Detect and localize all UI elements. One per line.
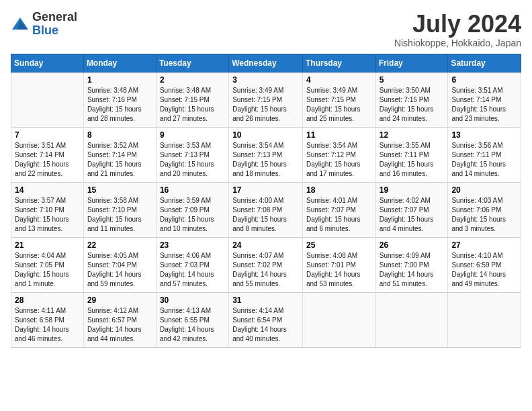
calendar-cell: 12Sunrise: 3:55 AMSunset: 7:11 PMDayligh… <box>375 127 448 182</box>
day-number: 25 <box>306 240 372 250</box>
day-number: 4 <box>306 75 372 85</box>
calendar-cell: 25Sunrise: 4:08 AMSunset: 7:01 PMDayligh… <box>302 237 375 292</box>
logo-blue: Blue <box>32 24 77 38</box>
calendar-cell: 20Sunrise: 4:03 AMSunset: 7:06 PMDayligh… <box>448 182 521 237</box>
day-info: Sunrise: 4:12 AMSunset: 6:57 PMDaylight:… <box>87 306 152 344</box>
day-number: 9 <box>160 130 225 140</box>
day-info: Sunrise: 3:59 AMSunset: 7:09 PMDaylight:… <box>160 196 225 234</box>
day-info: Sunrise: 3:49 AMSunset: 7:15 PMDaylight:… <box>232 86 299 124</box>
calendar-cell: 26Sunrise: 4:09 AMSunset: 7:00 PMDayligh… <box>375 237 448 292</box>
calendar-cell: 11Sunrise: 3:54 AMSunset: 7:12 PMDayligh… <box>302 127 375 182</box>
calendar-cell: 16Sunrise: 3:59 AMSunset: 7:09 PMDayligh… <box>156 182 228 237</box>
header-cell-thursday: Thursday <box>302 54 375 72</box>
calendar-cell: 18Sunrise: 4:01 AMSunset: 7:07 PMDayligh… <box>302 182 375 237</box>
calendar-cell <box>375 292 448 347</box>
calendar-cell: 21Sunrise: 4:04 AMSunset: 7:05 PMDayligh… <box>11 237 84 292</box>
day-number: 1 <box>87 75 152 85</box>
day-number: 5 <box>380 75 445 85</box>
calendar-cell: 3Sunrise: 3:49 AMSunset: 7:15 PMDaylight… <box>229 72 303 127</box>
day-number: 18 <box>306 185 372 195</box>
day-info: Sunrise: 4:00 AMSunset: 7:08 PMDaylight:… <box>232 196 299 234</box>
day-number: 14 <box>15 185 80 195</box>
calendar-table: SundayMondayTuesdayWednesdayThursdayFrid… <box>11 54 521 348</box>
day-number: 10 <box>232 130 299 140</box>
day-info: Sunrise: 3:58 AMSunset: 7:10 PMDaylight:… <box>87 196 152 234</box>
day-info: Sunrise: 3:56 AMSunset: 7:11 PMDaylight:… <box>451 141 517 179</box>
day-number: 15 <box>87 185 152 195</box>
location-subtitle: Nishiokoppe, Hokkaido, Japan <box>394 38 521 48</box>
day-info: Sunrise: 3:48 AMSunset: 7:16 PMDaylight:… <box>87 86 152 124</box>
calendar-cell: 13Sunrise: 3:56 AMSunset: 7:11 PMDayligh… <box>448 127 521 182</box>
header-cell-friday: Friday <box>375 54 448 72</box>
day-info: Sunrise: 4:07 AMSunset: 7:02 PMDaylight:… <box>232 251 299 289</box>
day-number: 19 <box>380 185 445 195</box>
calendar-body: 1Sunrise: 3:48 AMSunset: 7:16 PMDaylight… <box>11 72 521 347</box>
day-info: Sunrise: 4:13 AMSunset: 6:55 PMDaylight:… <box>160 306 225 344</box>
calendar-cell: 10Sunrise: 3:54 AMSunset: 7:13 PMDayligh… <box>229 127 303 182</box>
day-number: 11 <box>306 130 372 140</box>
calendar-cell: 22Sunrise: 4:05 AMSunset: 7:04 PMDayligh… <box>83 237 156 292</box>
day-number: 31 <box>232 295 299 305</box>
calendar-cell: 15Sunrise: 3:58 AMSunset: 7:10 PMDayligh… <box>83 182 156 237</box>
calendar-cell: 17Sunrise: 4:00 AMSunset: 7:08 PMDayligh… <box>229 182 303 237</box>
day-number: 28 <box>15 295 80 305</box>
week-row-2: 7Sunrise: 3:51 AMSunset: 7:14 PMDaylight… <box>11 127 521 182</box>
day-number: 12 <box>380 130 445 140</box>
calendar-cell: 28Sunrise: 4:11 AMSunset: 6:58 PMDayligh… <box>11 292 84 347</box>
header-row: SundayMondayTuesdayWednesdayThursdayFrid… <box>11 54 521 72</box>
day-info: Sunrise: 3:51 AMSunset: 7:14 PMDaylight:… <box>451 86 517 124</box>
day-info: Sunrise: 4:14 AMSunset: 6:54 PMDaylight:… <box>232 306 299 344</box>
day-info: Sunrise: 4:01 AMSunset: 7:07 PMDaylight:… <box>306 196 372 234</box>
day-info: Sunrise: 4:08 AMSunset: 7:01 PMDaylight:… <box>306 251 372 289</box>
day-number: 26 <box>380 240 445 250</box>
day-info: Sunrise: 4:02 AMSunset: 7:07 PMDaylight:… <box>380 196 445 234</box>
header-cell-saturday: Saturday <box>448 54 521 72</box>
day-number: 20 <box>451 185 517 195</box>
day-info: Sunrise: 3:51 AMSunset: 7:14 PMDaylight:… <box>15 141 80 179</box>
day-number: 27 <box>451 240 517 250</box>
calendar-cell: 30Sunrise: 4:13 AMSunset: 6:55 PMDayligh… <box>156 292 228 347</box>
calendar-cell: 1Sunrise: 3:48 AMSunset: 7:16 PMDaylight… <box>83 72 156 127</box>
calendar-cell: 8Sunrise: 3:52 AMSunset: 7:14 PMDaylight… <box>83 127 156 182</box>
day-info: Sunrise: 4:11 AMSunset: 6:58 PMDaylight:… <box>15 306 80 344</box>
calendar-cell: 2Sunrise: 3:48 AMSunset: 7:15 PMDaylight… <box>156 72 228 127</box>
month-title: July 2024 <box>394 11 521 38</box>
calendar-cell: 6Sunrise: 3:51 AMSunset: 7:14 PMDaylight… <box>448 72 521 127</box>
day-info: Sunrise: 3:54 AMSunset: 7:13 PMDaylight:… <box>232 141 299 179</box>
day-number: 3 <box>232 75 299 85</box>
calendar-cell: 19Sunrise: 4:02 AMSunset: 7:07 PMDayligh… <box>375 182 448 237</box>
calendar-cell: 29Sunrise: 4:12 AMSunset: 6:57 PMDayligh… <box>83 292 156 347</box>
calendar-cell <box>448 292 521 347</box>
day-info: Sunrise: 3:54 AMSunset: 7:12 PMDaylight:… <box>306 141 372 179</box>
header-cell-monday: Monday <box>83 54 156 72</box>
day-number: 17 <box>232 185 299 195</box>
calendar-cell <box>11 72 84 127</box>
title-area: July 2024 Nishiokoppe, Hokkaido, Japan <box>394 11 521 48</box>
header-cell-tuesday: Tuesday <box>156 54 228 72</box>
page-header: General Blue July 2024 Nishiokoppe, Hokk… <box>11 11 521 48</box>
calendar-cell: 5Sunrise: 3:50 AMSunset: 7:15 PMDaylight… <box>375 72 448 127</box>
calendar-cell: 31Sunrise: 4:14 AMSunset: 6:54 PMDayligh… <box>229 292 303 347</box>
day-number: 2 <box>160 75 225 85</box>
day-number: 13 <box>451 130 517 140</box>
day-info: Sunrise: 3:50 AMSunset: 7:15 PMDaylight:… <box>380 86 445 124</box>
day-number: 21 <box>15 240 80 250</box>
calendar-header: SundayMondayTuesdayWednesdayThursdayFrid… <box>11 54 521 72</box>
day-info: Sunrise: 3:55 AMSunset: 7:11 PMDaylight:… <box>380 141 445 179</box>
day-number: 24 <box>232 240 299 250</box>
week-row-5: 28Sunrise: 4:11 AMSunset: 6:58 PMDayligh… <box>11 292 521 347</box>
calendar-cell: 27Sunrise: 4:10 AMSunset: 6:59 PMDayligh… <box>448 237 521 292</box>
logo-icon <box>11 15 30 34</box>
day-info: Sunrise: 4:06 AMSunset: 7:03 PMDaylight:… <box>160 251 225 289</box>
header-cell-sunday: Sunday <box>11 54 84 72</box>
day-info: Sunrise: 3:57 AMSunset: 7:10 PMDaylight:… <box>15 196 80 234</box>
calendar-cell: 14Sunrise: 3:57 AMSunset: 7:10 PMDayligh… <box>11 182 84 237</box>
day-info: Sunrise: 3:49 AMSunset: 7:15 PMDaylight:… <box>306 86 372 124</box>
week-row-3: 14Sunrise: 3:57 AMSunset: 7:10 PMDayligh… <box>11 182 521 237</box>
calendar-cell: 24Sunrise: 4:07 AMSunset: 7:02 PMDayligh… <box>229 237 303 292</box>
day-number: 6 <box>451 75 517 85</box>
day-info: Sunrise: 4:09 AMSunset: 7:00 PMDaylight:… <box>380 251 445 289</box>
calendar-cell: 23Sunrise: 4:06 AMSunset: 7:03 PMDayligh… <box>156 237 228 292</box>
day-info: Sunrise: 3:48 AMSunset: 7:15 PMDaylight:… <box>160 86 225 124</box>
day-number: 30 <box>160 295 225 305</box>
